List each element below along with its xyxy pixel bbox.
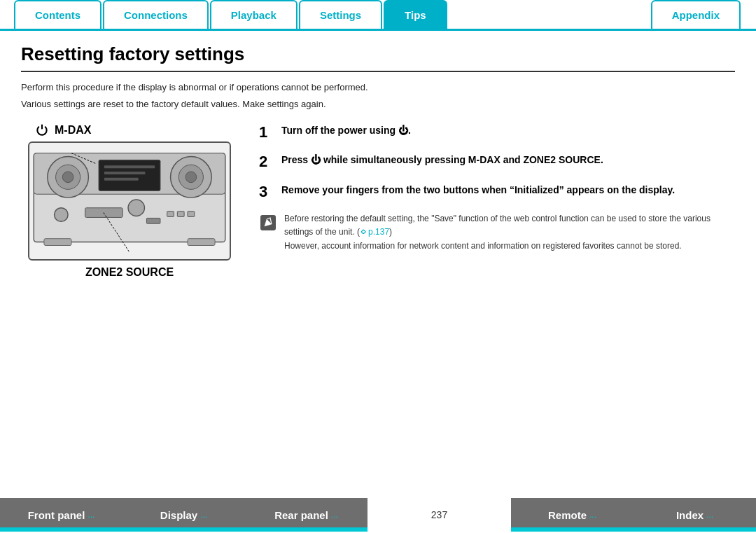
svg-rect-18	[167, 212, 174, 217]
device-label-top: M-DAX	[35, 123, 91, 137]
svg-rect-15	[188, 239, 215, 246]
bottom-tab-display-teal	[122, 527, 245, 532]
bottom-tab-rear-panel[interactable]: Rear panel ...	[245, 498, 368, 532]
mdax-label: M-DAX	[55, 124, 91, 137]
svg-point-4	[62, 172, 74, 183]
note-link[interactable]: ⭘p.137	[360, 227, 389, 237]
svg-rect-11	[104, 178, 139, 181]
tab-playback[interactable]: Playback	[210, 0, 298, 29]
intro-text-2: Various settings are reset to the factor…	[21, 97, 735, 111]
note-text-1: Before restoring the default setting, th…	[284, 212, 735, 239]
tab-connections[interactable]: Connections	[103, 0, 209, 29]
device-svg	[29, 143, 230, 259]
step-2: 2 Press ⏻ while simultaneously pressing …	[259, 153, 735, 171]
step-3: 3 Remove your fingers from the two butto…	[259, 183, 735, 201]
bottom-tab-index-dots: ...	[706, 510, 713, 520]
step-1-text: Turn off the power using ⏻.	[281, 123, 411, 138]
bottom-tab-rear-panel-dots: ...	[331, 510, 338, 520]
bottom-tab-display-label: Display	[160, 509, 197, 521]
bottom-tab-remote[interactable]: Remote ...	[511, 498, 634, 532]
content-area: M-DAX	[21, 123, 735, 279]
svg-rect-10	[104, 172, 146, 174]
step-1: 1 Turn off the power using ⏻.	[259, 123, 735, 141]
bottom-tab-index-teal	[634, 527, 756, 532]
note-icon	[259, 214, 277, 232]
bottom-tab-rear-panel-teal	[245, 527, 368, 532]
tab-tips[interactable]: Tips	[384, 0, 447, 29]
tab-contents[interactable]: Contents	[14, 0, 102, 29]
svg-rect-9	[104, 165, 155, 168]
bottom-tab-index[interactable]: Index ...	[634, 498, 756, 532]
svg-point-17	[55, 208, 69, 222]
bottom-tab-index-label: Index	[676, 509, 704, 521]
step-3-number: 3	[259, 183, 273, 201]
step-1-number: 1	[259, 123, 273, 141]
power-icon	[35, 123, 49, 137]
steps-area: 1 Turn off the power using ⏻. 2 Press ⏻ …	[259, 123, 735, 279]
svg-point-12	[128, 200, 144, 216]
bottom-tab-remote-label: Remote	[548, 509, 587, 521]
bottom-navigation: Front panel ... Display ... Rear panel .…	[0, 497, 756, 533]
step-2-text: Press ⏻ while simultaneously pressing M-…	[281, 153, 603, 167]
bottom-tab-front-panel[interactable]: Front panel ...	[0, 498, 122, 532]
device-image	[28, 141, 231, 261]
intro-text-1: Perform this procedure if the display is…	[21, 81, 735, 95]
page-number: 237	[368, 509, 511, 520]
main-content: Resetting factory settings Perform this …	[0, 31, 756, 286]
bottom-tab-rear-panel-label: Rear panel	[274, 509, 328, 521]
bottom-tab-front-panel-teal	[0, 527, 122, 532]
svg-rect-14	[44, 239, 71, 246]
step-2-number: 2	[259, 153, 273, 171]
step-3-text: Remove your fingers from the two buttons…	[281, 183, 675, 198]
tab-settings[interactable]: Settings	[299, 0, 382, 29]
svg-rect-20	[188, 212, 195, 217]
bottom-tab-remote-dots: ...	[589, 510, 596, 520]
diagram-area: M-DAX	[21, 123, 238, 279]
bottom-tab-front-panel-dots: ...	[88, 510, 94, 520]
svg-rect-16	[146, 218, 160, 223]
note-content: Before restoring the default setting, th…	[284, 212, 735, 253]
bottom-tab-display[interactable]: Display ...	[122, 498, 245, 532]
zone2-source-label: ZONE2 SOURCE	[85, 266, 174, 279]
note-text-2: However, account information for network…	[284, 240, 735, 253]
bottom-tab-front-panel-label: Front panel	[28, 509, 85, 521]
svg-rect-19	[177, 212, 184, 217]
note-box: Before restoring the default setting, th…	[259, 212, 735, 253]
bottom-tab-remote-teal	[511, 527, 634, 532]
top-navigation: Contents Connections Playback Settings T…	[0, 0, 756, 31]
page-title: Resetting factory settings	[21, 43, 735, 72]
svg-rect-8	[99, 160, 160, 191]
tab-appendix[interactable]: Appendix	[651, 0, 741, 29]
svg-point-7	[186, 172, 197, 183]
bottom-tab-display-dots: ...	[200, 510, 207, 520]
